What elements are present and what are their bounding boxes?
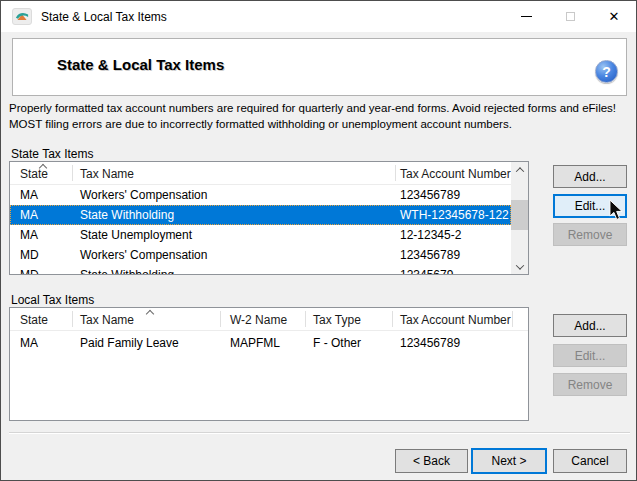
minimize-button[interactable] xyxy=(504,1,548,32)
local-col-header-account[interactable]: Tax Account Number xyxy=(400,313,511,327)
cell-account: 123456789 xyxy=(400,248,460,262)
local-remove-button: Remove xyxy=(553,373,627,396)
local-tax-items-table: State Tax Name W-2 Name Tax Type Tax Acc… xyxy=(9,307,529,421)
help-icon: ? xyxy=(602,64,611,80)
column-divider xyxy=(395,165,396,181)
state-table-scrollbar[interactable] xyxy=(511,162,528,274)
cell-state: MA xyxy=(20,228,38,242)
cancel-button[interactable]: Cancel xyxy=(553,449,627,473)
cell-account: 12345679 xyxy=(400,268,453,274)
local-edit-button: Edit... xyxy=(553,344,627,367)
cell-account: 123456789 xyxy=(400,336,460,350)
cell-state: MA xyxy=(20,208,38,222)
cell-state: MA xyxy=(20,336,38,350)
state-table-header: State Tax Name Tax Account Number xyxy=(10,162,528,185)
local-col-header-w2name[interactable]: W-2 Name xyxy=(230,313,287,327)
table-row[interactable]: MA Workers' Compensation 123456789 xyxy=(10,185,511,205)
cell-tax-type: F - Other xyxy=(313,336,361,350)
app-logo-icon xyxy=(12,8,32,25)
column-divider xyxy=(305,311,306,327)
minimize-icon xyxy=(521,16,532,17)
cell-tax-name: Workers' Compensation xyxy=(80,188,207,202)
column-divider xyxy=(72,165,73,181)
help-button[interactable]: ? xyxy=(595,60,618,83)
wizard-header: State & Local Tax Items ? xyxy=(12,38,627,96)
state-add-button[interactable]: Add... xyxy=(553,165,627,188)
state-tax-items-label: State Tax Items xyxy=(11,147,93,161)
next-button[interactable]: Next > xyxy=(471,448,547,474)
cell-tax-name: State Withholding xyxy=(80,208,174,222)
column-divider xyxy=(392,311,393,327)
close-button[interactable]: ✕ xyxy=(592,1,636,32)
table-row[interactable]: MA Paid Family Leave MAPFML F - Other 12… xyxy=(10,331,528,353)
cell-tax-name: Workers' Compensation xyxy=(80,248,207,262)
back-button[interactable]: < Back xyxy=(395,449,468,473)
local-table-body: MA Paid Family Leave MAPFML F - Other 12… xyxy=(10,331,528,420)
cell-account: 12-12345-2 xyxy=(400,228,461,242)
cell-w2-name: MAPFML xyxy=(230,336,280,350)
table-row[interactable]: MA State Unemployment 12-12345-2 xyxy=(10,225,511,245)
footer-separator xyxy=(9,432,630,434)
state-edit-button[interactable]: Edit... xyxy=(553,194,627,218)
sort-ascending-icon xyxy=(146,310,154,318)
scroll-down-button[interactable] xyxy=(511,259,528,274)
local-col-header-taxname[interactable]: Tax Name xyxy=(80,313,134,327)
local-tax-items-label: Local Tax Items xyxy=(11,293,94,307)
state-tax-items-table: State Tax Name Tax Account Number MA Wor… xyxy=(9,161,529,275)
local-col-header-state[interactable]: State xyxy=(20,313,48,327)
window-title: State & Local Tax Items xyxy=(41,10,167,24)
maximize-button xyxy=(548,1,592,32)
maximize-icon xyxy=(566,12,575,21)
state-col-header-state[interactable]: State xyxy=(20,167,48,181)
description-text: Properly formatted tax account numbers a… xyxy=(9,101,631,132)
column-divider xyxy=(72,311,73,327)
scrollbar-thumb[interactable] xyxy=(511,200,528,230)
column-divider xyxy=(512,311,513,327)
state-table-body: MA Workers' Compensation 123456789 MA St… xyxy=(10,185,511,274)
cell-tax-name: State Unemployment xyxy=(80,228,192,242)
cell-state: MD xyxy=(20,248,39,262)
table-row[interactable]: MD Workers' Compensation 123456789 xyxy=(10,245,511,265)
scroll-up-button[interactable] xyxy=(511,162,528,177)
table-row-selected[interactable]: MA State Withholding WTH-12345678-122 xyxy=(10,205,511,225)
local-table-header: State Tax Name W-2 Name Tax Type Tax Acc… xyxy=(10,308,528,331)
state-col-header-taxname[interactable]: Tax Name xyxy=(80,167,134,181)
cell-state: MD xyxy=(20,268,39,274)
chevron-up-icon xyxy=(515,167,523,175)
close-icon: ✕ xyxy=(609,10,620,23)
cell-account: 123456789 xyxy=(400,188,460,202)
state-col-header-account[interactable]: Tax Account Number xyxy=(400,167,511,181)
title-bar: State & Local Tax Items ✕ xyxy=(1,1,636,32)
local-add-button[interactable]: Add... xyxy=(553,314,627,337)
state-remove-button: Remove xyxy=(553,223,627,246)
dialog-window: State & Local Tax Items ✕ State & Local … xyxy=(0,0,637,481)
cell-tax-name: Paid Family Leave xyxy=(80,336,179,350)
cell-state: MA xyxy=(20,188,38,202)
chevron-down-icon xyxy=(515,261,523,269)
column-divider xyxy=(220,311,221,327)
cell-account: WTH-12345678-122 xyxy=(400,208,509,222)
local-col-header-taxtype[interactable]: Tax Type xyxy=(313,313,361,327)
page-title: State & Local Tax Items xyxy=(57,56,224,73)
table-row[interactable]: MD State Withholding 12345679 xyxy=(10,265,511,274)
cell-tax-name: State Withholding xyxy=(80,268,174,274)
